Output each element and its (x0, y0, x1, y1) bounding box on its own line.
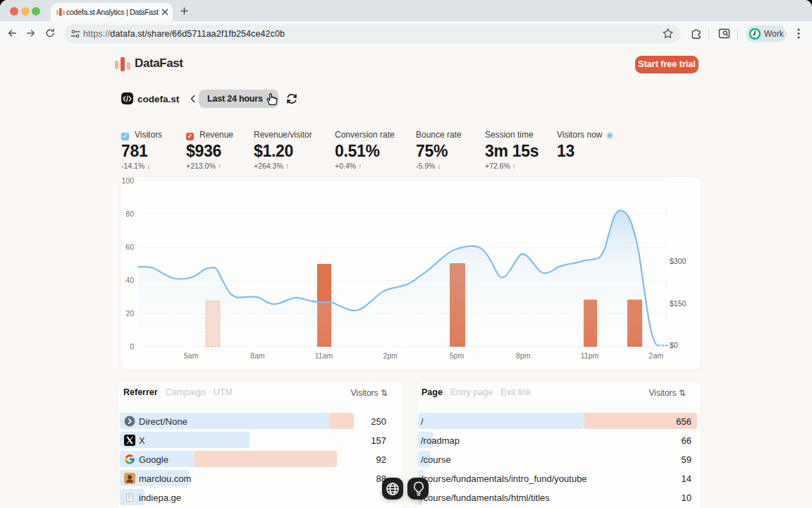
svg-text:20: 20 (125, 309, 134, 318)
svg-text:0: 0 (130, 342, 134, 351)
svg-text:$0: $0 (670, 341, 678, 349)
svg-text:11pm: 11pm (581, 351, 599, 360)
svg-text:100: 100 (121, 176, 134, 185)
svg-text:2pm: 2pm (383, 351, 398, 360)
svg-text:8am: 8am (250, 351, 265, 360)
svg-text:8pm: 8pm (516, 351, 531, 360)
svg-text:$150: $150 (670, 299, 687, 308)
svg-text:5am: 5am (184, 351, 199, 360)
svg-text:60: 60 (125, 243, 134, 251)
svg-text:11am: 11am (315, 351, 333, 360)
svg-text:80: 80 (125, 210, 134, 218)
svg-text:$300: $300 (670, 257, 687, 265)
svg-text:2am: 2am (649, 351, 664, 360)
svg-text:40: 40 (125, 276, 134, 284)
svg-text:5pm: 5pm (450, 351, 465, 360)
